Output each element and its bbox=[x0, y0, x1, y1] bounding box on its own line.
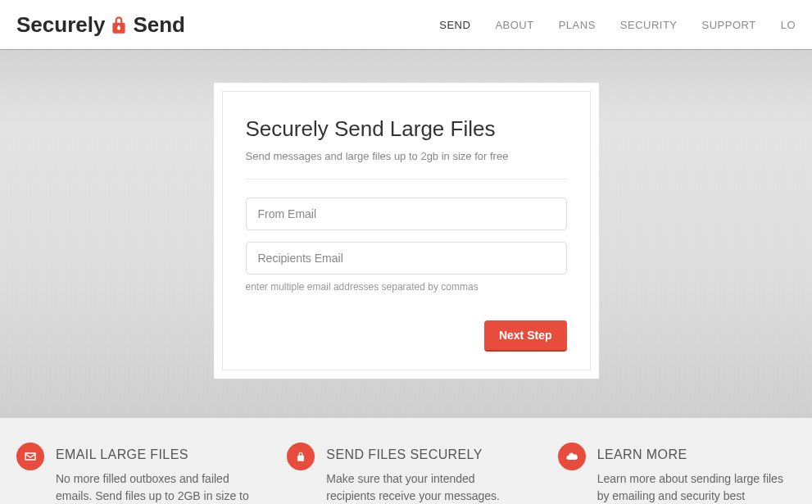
send-card: Securely Send Large Files Send messages … bbox=[214, 83, 599, 379]
feature-body: Make sure that your intended recipients … bbox=[326, 470, 524, 504]
feature-text: SEND FILES SECURELY Make sure that your … bbox=[326, 443, 524, 504]
lock-icon bbox=[287, 443, 315, 470]
recipients-email-input[interactable] bbox=[246, 242, 567, 275]
svg-rect-1 bbox=[119, 27, 120, 30]
cloud-icon bbox=[558, 443, 586, 470]
nav-login[interactable]: LO bbox=[781, 19, 796, 31]
envelope-icon bbox=[16, 443, 44, 470]
button-row: Next Step bbox=[246, 320, 567, 352]
brand-logo[interactable]: Securely Send bbox=[16, 12, 185, 38]
send-card-inner: Securely Send Large Files Send messages … bbox=[222, 91, 591, 370]
card-title: Securely Send Large Files bbox=[246, 116, 567, 142]
from-email-input[interactable] bbox=[246, 198, 567, 230]
feature-title: LEARN MORE bbox=[597, 447, 796, 462]
feature-title: SEND FILES SECURELY bbox=[326, 447, 524, 462]
hero-section: Securely Send Large Files Send messages … bbox=[0, 49, 812, 418]
feature-title: EMAIL LARGE FILES bbox=[56, 447, 254, 462]
recipients-hint: enter multiple email addresses separated… bbox=[246, 281, 567, 293]
feature-email-large-files: EMAIL LARGE FILES No more filled outboxe… bbox=[16, 443, 254, 504]
brand-part2: Send bbox=[133, 12, 185, 38]
nav-send[interactable]: SEND bbox=[439, 19, 470, 31]
brand-part1: Securely bbox=[16, 12, 105, 38]
feature-body: No more filled outboxes and failed email… bbox=[56, 470, 254, 504]
feature-text: EMAIL LARGE FILES No more filled outboxe… bbox=[56, 443, 254, 504]
main-nav: SEND ABOUT PLANS SECURITY SUPPORT LO bbox=[439, 19, 796, 31]
feature-body: Learn more about sending large files by … bbox=[597, 470, 796, 504]
next-step-button[interactable]: Next Step bbox=[484, 320, 567, 352]
lock-icon bbox=[107, 12, 131, 37]
feature-text: LEARN MORE Learn more about sending larg… bbox=[597, 443, 796, 504]
nav-security[interactable]: SECURITY bbox=[620, 19, 678, 31]
nav-support[interactable]: SUPPORT bbox=[702, 19, 756, 31]
card-subtitle: Send messages and large files up to 2gb … bbox=[246, 150, 567, 179]
nav-plans[interactable]: PLANS bbox=[559, 19, 596, 31]
feature-learn-more: LEARN MORE Learn more about sending larg… bbox=[558, 443, 796, 504]
features-row: EMAIL LARGE FILES No more filled outboxe… bbox=[0, 418, 812, 504]
top-header: Securely Send SEND ABOUT PLANS SECURITY … bbox=[0, 0, 812, 49]
nav-about[interactable]: ABOUT bbox=[495, 19, 533, 31]
feature-send-securely: SEND FILES SECURELY Make sure that your … bbox=[287, 443, 524, 504]
